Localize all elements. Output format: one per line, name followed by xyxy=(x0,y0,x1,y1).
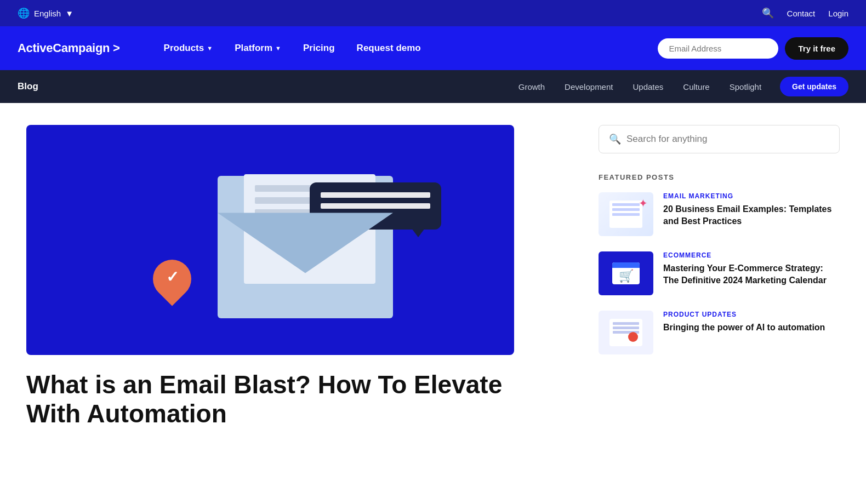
search-input[interactable] xyxy=(626,134,829,145)
try-it-free-button[interactable]: Try it free xyxy=(785,37,848,60)
products-caret: ▼ xyxy=(207,45,213,51)
post-title-3[interactable]: Bringing the power of AI to automation xyxy=(663,322,840,334)
featured-post-2: 🛒 ECOMMERCE Mastering Your E-Commerce St… xyxy=(599,251,840,295)
article-title: What is an Email Blast? How To Elevate W… xyxy=(26,370,514,428)
nav-request-demo[interactable]: Request demo xyxy=(346,26,432,70)
utility-bar-right: 🔍 Contact Login xyxy=(762,7,848,19)
get-updates-button[interactable]: Get updates xyxy=(780,77,848,96)
utility-bar: 🌐 English ▼ 🔍 Contact Login xyxy=(0,0,866,26)
blog-nav-links: Growth Development Updates Culture Spotl… xyxy=(509,70,771,103)
language-selector[interactable]: 🌐 English ▼ xyxy=(18,7,73,19)
post-content-1: EMAIL MARKETING 20 Business Email Exampl… xyxy=(663,192,840,228)
post-content-2: ECOMMERCE Mastering Your E-Commerce Stra… xyxy=(663,251,840,287)
post-category-1: EMAIL MARKETING xyxy=(663,192,840,200)
pin-check-icon: ✓ xyxy=(166,268,179,286)
blog-nav-growth[interactable]: Growth xyxy=(509,70,555,103)
blog-nav-development[interactable]: Development xyxy=(555,70,623,103)
nav-platform[interactable]: Platform ▼ xyxy=(224,26,292,70)
location-pin: ✓ xyxy=(153,260,191,309)
sidebar: 🔍 FEATURED POSTS ✦ EMAIL MARKETING 20 Bu… xyxy=(599,125,840,428)
featured-post-3: PRODUCT UPDATES Bringing the power of AI… xyxy=(599,311,840,354)
envelope-flap xyxy=(218,213,393,273)
calendar-icon: 🛒 xyxy=(612,262,640,284)
email-thumb-inner xyxy=(609,201,642,228)
contact-link[interactable]: Contact xyxy=(787,9,816,18)
post-thumb-1[interactable]: ✦ xyxy=(599,192,653,236)
globe-icon: 🌐 xyxy=(18,7,30,19)
chat-line-1 xyxy=(321,192,430,198)
product-accent xyxy=(628,332,638,342)
post-thumb-3[interactable] xyxy=(599,311,653,354)
post-title-1[interactable]: 20 Business Email Examples: Templates an… xyxy=(663,203,840,228)
nav-products[interactable]: Products ▼ xyxy=(153,26,224,70)
featured-post-1: ✦ EMAIL MARKETING 20 Business Email Exam… xyxy=(599,192,840,236)
nav-pricing[interactable]: Pricing xyxy=(292,26,346,70)
blog-nav-culture[interactable]: Culture xyxy=(673,70,719,103)
main-nav: ActiveCampaign > Products ▼ Platform ▼ P… xyxy=(0,26,866,70)
pin-circle: ✓ xyxy=(145,252,200,306)
nav-links: Products ▼ Platform ▼ Pricing Request de… xyxy=(153,26,658,70)
main-article: ✓ What is an Email Blast? How To Elevate… xyxy=(26,125,572,428)
email-field[interactable] xyxy=(658,38,778,59)
ecom-thumb-inner: 🛒 xyxy=(612,262,640,284)
platform-caret: ▼ xyxy=(275,45,281,51)
login-link[interactable]: Login xyxy=(828,9,848,18)
blog-nav: Blog Growth Development Updates Culture … xyxy=(0,70,866,103)
product-thumb-inner xyxy=(609,319,642,346)
logo[interactable]: ActiveCampaign > xyxy=(18,41,120,55)
hero-image: ✓ xyxy=(26,125,514,355)
content-area: ✓ What is an Email Blast? How To Elevate… xyxy=(0,103,866,450)
blog-nav-updates[interactable]: Updates xyxy=(623,70,673,103)
language-caret: ▼ xyxy=(65,9,73,18)
post-category-3: PRODUCT UPDATES xyxy=(663,311,840,318)
search-box[interactable]: 🔍 xyxy=(599,125,840,153)
search-icon-utility[interactable]: 🔍 xyxy=(762,7,774,19)
featured-posts-label: FEATURED POSTS xyxy=(599,173,840,181)
chat-line-2 xyxy=(321,203,430,209)
cart-icon: 🛒 xyxy=(619,269,634,283)
blog-nav-spotlight[interactable]: Spotlight xyxy=(720,70,771,103)
star-icon: ✦ xyxy=(639,197,648,210)
envelope-illustration: ✓ xyxy=(26,125,514,355)
post-thumb-2[interactable]: 🛒 xyxy=(599,251,653,295)
nav-right: Try it free xyxy=(658,37,848,60)
blog-logo: Blog xyxy=(18,81,38,92)
search-icon: 🔍 xyxy=(609,133,621,145)
language-label: English xyxy=(34,9,61,18)
post-title-2[interactable]: Mastering Your E-Commerce Strategy: The … xyxy=(663,262,840,287)
post-content-3: PRODUCT UPDATES Bringing the power of AI… xyxy=(663,311,840,334)
post-category-2: ECOMMERCE xyxy=(663,251,840,259)
